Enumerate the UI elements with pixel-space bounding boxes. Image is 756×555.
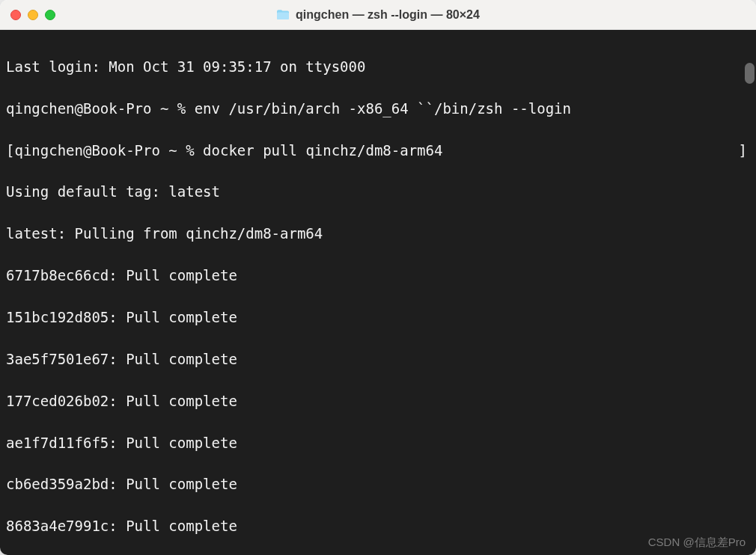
terminal-line: 6717b8ec66cd: Pull complete [6,266,750,286]
maximize-button[interactable] [45,10,55,20]
minimize-button[interactable] [28,10,38,20]
window-title: qingchen — zsh --login — 80×24 [296,8,480,22]
terminal-line: ae1f7d11f6f5: Pull complete [6,433,750,454]
traffic-lights [10,10,55,20]
terminal-line: 151bc192d805: Pull complete [6,307,750,328]
terminal-line: 8683a4e7991c: Pull complete [6,516,750,537]
title-wrap: qingchen — zsh --login — 80×24 [0,8,756,22]
terminal-line: latest: Pulling from qinchz/dm8-arm64 [6,224,750,245]
terminal-line: qingchen@Book-Pro ~ % env /usr/bin/arch … [6,99,750,120]
terminal-line: cb6ed359a2bd: Pull complete [6,474,750,495]
terminal-line: Using default tag: latest [6,182,750,203]
bracket-left: [ [6,141,14,162]
svg-rect-0 [277,12,289,19]
titlebar[interactable]: qingchen — zsh --login — 80×24 [0,0,756,30]
watermark: CSDN @信息差Pro [648,534,746,551]
folder-icon [276,9,290,20]
terminal-line: Last login: Mon Oct 31 09:35:17 on ttys0… [6,57,750,78]
terminal-line: [qingchen@Book-Pro ~ % docker pull qinch… [6,141,750,162]
bracket-right: ] [739,141,750,162]
close-button[interactable] [10,10,21,20]
terminal-line: 3ae5f7501e67: Pull complete [6,349,750,370]
command-text: qingchen@Book-Pro ~ % docker pull qinchz… [14,141,442,162]
terminal-window: qingchen — zsh --login — 80×24 Last logi… [0,0,756,555]
terminal-body[interactable]: Last login: Mon Oct 31 09:35:17 on ttys0… [0,30,756,555]
terminal-line: 177ced026b02: Pull complete [6,391,750,412]
scrollbar-thumb[interactable] [745,63,755,84]
